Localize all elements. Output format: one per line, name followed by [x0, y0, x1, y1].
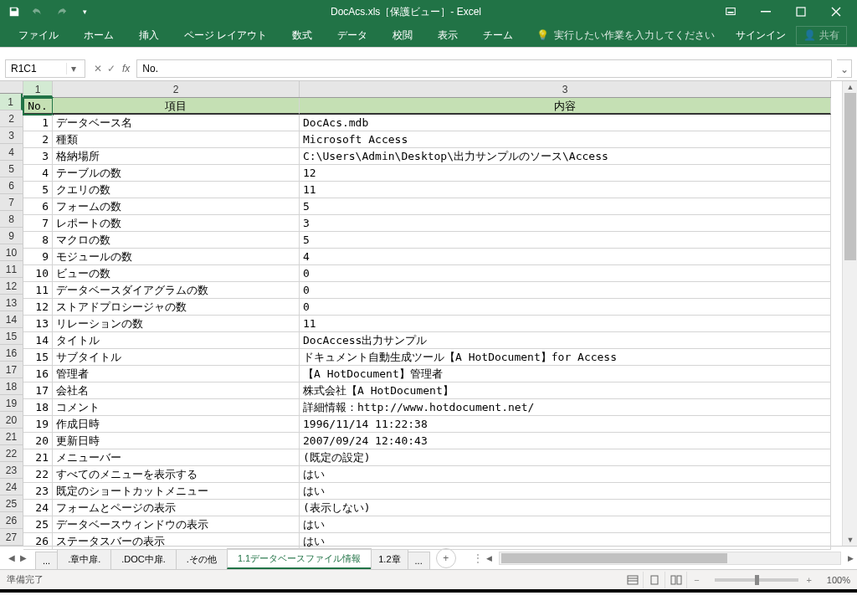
row-header[interactable]: 12	[0, 278, 23, 295]
close-icon[interactable]	[822, 2, 850, 22]
cell-item[interactable]: ステータスバーの表示	[53, 533, 300, 550]
cell-item[interactable]: 管理者	[53, 366, 300, 382]
confirm-formula-icon[interactable]: ✓	[107, 63, 115, 74]
row-header[interactable]: 13	[0, 295, 23, 311]
cell-item[interactable]: リレーションの数	[53, 316, 300, 332]
cell-no[interactable]: 18	[23, 399, 53, 416]
cell-value[interactable]: はい	[300, 533, 831, 550]
cell-no[interactable]: 14	[23, 332, 53, 349]
header-cell[interactable]: 内容	[300, 98, 831, 115]
signin-link[interactable]: サインイン	[736, 28, 786, 43]
qat-customize-icon[interactable]: ▾	[74, 2, 95, 22]
cell-no[interactable]: 8	[23, 232, 53, 249]
cell-item[interactable]: モジュールの数	[53, 249, 300, 265]
cell-no[interactable]: 4	[23, 165, 53, 182]
row-header[interactable]: 27	[0, 529, 23, 546]
row-header[interactable]: 22	[0, 445, 23, 462]
cell-no[interactable]: 3	[23, 148, 53, 165]
cell-no[interactable]: 15	[23, 349, 53, 366]
cell-no[interactable]: 25	[23, 516, 53, 533]
cell-no[interactable]: 2	[23, 131, 53, 148]
tab-nav-prev-icon[interactable]: ◀	[7, 552, 17, 564]
zoom-handle[interactable]	[755, 575, 759, 585]
row-header[interactable]: 23	[0, 462, 23, 479]
tab-file[interactable]: ファイル	[7, 25, 70, 46]
row-header[interactable]: 3	[0, 127, 23, 144]
cell-value[interactable]: DocAcs.mdb	[300, 115, 831, 131]
horizontal-scrollbar[interactable]	[499, 552, 841, 565]
tab-view[interactable]: 表示	[426, 25, 470, 46]
tab-home[interactable]: ホーム	[72, 25, 126, 46]
header-cell[interactable]: No.	[23, 98, 53, 115]
row-header[interactable]: 25	[0, 495, 23, 512]
row-header[interactable]: 19	[0, 395, 23, 412]
cell-no[interactable]: 23	[23, 483, 53, 500]
save-icon[interactable]	[3, 2, 25, 22]
name-box[interactable]: R1C1 ▾	[5, 59, 85, 78]
row-header[interactable]: 14	[0, 311, 23, 328]
hscroll-left-icon[interactable]: ◀	[483, 554, 495, 562]
row-header[interactable]: 26	[0, 512, 23, 529]
col-header-3[interactable]: 3	[300, 81, 831, 97]
cell-item[interactable]: タイトル	[53, 332, 300, 349]
zoom-in-button[interactable]: +	[807, 575, 812, 585]
row-header[interactable]: 11	[0, 261, 23, 278]
row-header[interactable]: 20	[0, 412, 23, 429]
row-header[interactable]: 7	[0, 194, 23, 211]
hscroll-right-icon[interactable]: ▶	[844, 554, 857, 562]
row-header[interactable]: 5	[0, 161, 23, 177]
cell-value[interactable]: 4	[300, 249, 831, 265]
cell-value[interactable]: はい	[300, 483, 831, 500]
select-all-corner[interactable]	[0, 81, 23, 94]
tell-me-search[interactable]: 💡 実行したい作業を入力してください	[536, 28, 715, 43]
expand-formula-icon[interactable]: ⌄	[837, 59, 852, 78]
tab-insert[interactable]: 挿入	[127, 25, 171, 46]
row-header[interactable]: 1	[0, 94, 23, 110]
cell-item[interactable]: クエリの数	[53, 182, 300, 198]
page-break-view-icon[interactable]	[665, 572, 687, 588]
tab-review[interactable]: 校閲	[381, 25, 424, 46]
cell-no[interactable]: 9	[23, 249, 53, 265]
cell-no[interactable]: 13	[23, 316, 53, 332]
sheet-tab-doc[interactable]: .DOC中扉.	[110, 549, 177, 569]
share-button[interactable]: 👤 共有	[796, 26, 847, 45]
sheet-tab-12[interactable]: 1.2章	[371, 549, 408, 569]
tab-team[interactable]: チーム	[471, 25, 525, 46]
tab-pagelayout[interactable]: ページ レイアウト	[172, 25, 279, 46]
minimize-icon[interactable]	[752, 2, 780, 22]
row-header[interactable]: 6	[0, 177, 23, 194]
cell-value[interactable]: 【A HotDocument】管理者	[300, 366, 831, 382]
cell-value[interactable]: C:\Users\Admin\Desktop\出力サンプルのソース\Access	[300, 148, 831, 165]
cell-no[interactable]: 26	[23, 533, 53, 550]
cell-item[interactable]: マクロの数	[53, 232, 300, 249]
cell-value[interactable]: はい	[300, 466, 831, 483]
cell-value[interactable]: 3	[300, 215, 831, 232]
cell-item[interactable]: データベースダイアグラムの数	[53, 282, 300, 299]
cell-item[interactable]: データベース名	[53, 115, 300, 131]
cell-item[interactable]: ストアドプロシージャの数	[53, 299, 300, 316]
cell-no[interactable]: 7	[23, 215, 53, 232]
tab-data[interactable]: データ	[326, 25, 379, 46]
tab-formulas[interactable]: 数式	[280, 25, 324, 46]
sheet-tab-more-left[interactable]: ...	[35, 552, 58, 569]
cell-value[interactable]: 株式会社【A HotDocument】	[300, 382, 831, 399]
cell-item[interactable]: フォームとページの表示	[53, 500, 300, 516]
maximize-icon[interactable]	[787, 2, 815, 22]
row-header[interactable]: 24	[0, 479, 23, 495]
sheet-tab-other[interactable]: .その他	[176, 549, 228, 569]
cell-no[interactable]: 24	[23, 500, 53, 516]
cell-item[interactable]: コメント	[53, 399, 300, 416]
zoom-percent[interactable]: 100%	[817, 575, 850, 585]
scroll-down-icon[interactable]: ▼	[843, 534, 857, 546]
cell-value[interactable]: 11	[300, 182, 831, 198]
cell-value[interactable]: (既定の設定)	[300, 449, 831, 466]
redo-icon[interactable]	[50, 2, 72, 22]
row-header[interactable]: 4	[0, 144, 23, 161]
cell-no[interactable]: 16	[23, 366, 53, 382]
cell-value[interactable]: 1996/11/14 11:22:38	[300, 416, 831, 433]
cell-value[interactable]: 12	[300, 165, 831, 182]
undo-icon[interactable]	[27, 2, 49, 22]
sheet-tab-more-right[interactable]: ...	[408, 552, 430, 569]
sheet-tab-active[interactable]: 1.1データベースファイル情報	[227, 548, 372, 569]
cell-item[interactable]: データベースウィンドウの表示	[53, 516, 300, 533]
